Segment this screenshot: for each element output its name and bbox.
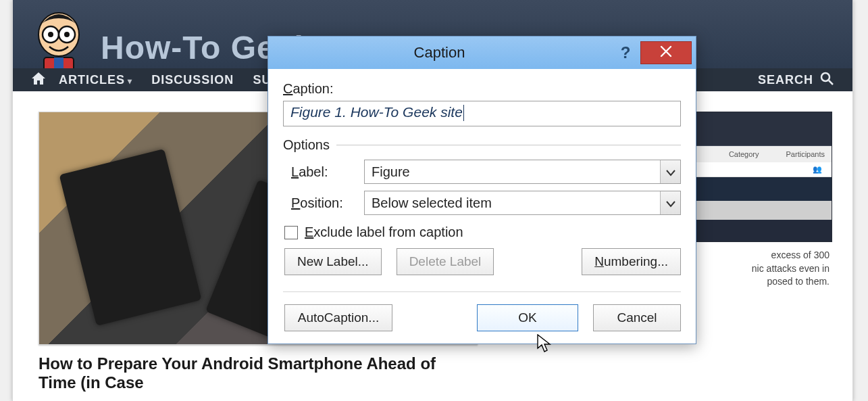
exclude-label: Exclude label from caption [305,225,463,240]
cancel-button[interactable]: Cancel [593,304,681,331]
participants-icon: 👥 [813,165,822,174]
svg-point-8 [821,73,829,81]
search-label: SEARCH [758,73,813,87]
numbering-button[interactable]: Numbering... [582,248,681,275]
help-button[interactable]: ? [611,43,640,62]
autocaption-button[interactable]: AutoCaption... [284,304,392,331]
caption-label: Caption: [283,81,681,97]
article-title: How to Prepare Your Android Smartphone A… [39,354,478,392]
options-group-label: Options [283,137,681,153]
numbering-rest: umbering... [604,254,668,269]
chevron-down-icon [666,164,675,180]
options-label: Options [283,137,330,153]
search-icon [820,72,834,89]
home-icon[interactable] [32,72,45,88]
svg-point-4 [48,32,53,37]
position-row: Position: Below selected item [283,191,681,215]
dialog-body: Caption: Figure 1. How-To Geek site Opti… [268,69,696,344]
nav-articles[interactable]: ARTICLES [59,73,132,87]
new-label-button[interactable]: New Label... [284,248,382,275]
label-buttons-row: New Label... Delete Label Numbering... [283,248,681,275]
close-icon [660,45,672,61]
position-combo-button[interactable] [660,191,680,214]
position-field-label: Position: [283,195,364,211]
exclude-checkbox-row[interactable]: Exclude label from caption [284,225,681,240]
caption-value: Figure 1. How-To Geek site [290,104,463,120]
ok-button[interactable]: OK [477,304,578,331]
text-cursor [463,105,464,121]
dialog-titlebar[interactable]: Caption ? [268,37,696,69]
svg-line-9 [829,80,833,85]
divider [336,145,681,145]
exclude-checkbox[interactable] [284,226,298,239]
caption-input[interactable]: Figure 1. How-To Geek site [283,101,681,126]
nav-discussion[interactable]: DISCUSSION [151,73,234,87]
category-col: Category [729,150,759,158]
label-combo[interactable]: Figure [364,160,681,184]
participants-col: Participants [786,150,825,158]
close-button[interactable] [640,41,692,64]
label-combo-value: Figure [365,164,660,180]
chevron-down-icon [666,195,675,211]
nav-search[interactable]: SEARCH [758,72,834,89]
caption-dialog: Caption ? Caption: Figure 1. How-To Geek… [267,36,696,344]
position-combo[interactable]: Below selected item [364,191,681,215]
label-combo-button[interactable] [660,160,680,183]
dialog-title: Caption [268,44,611,62]
label-field-label: Label: [283,164,364,180]
label-row: Label: Figure [283,160,681,184]
svg-point-5 [64,32,70,37]
position-combo-value: Below selected item [365,195,660,211]
delete-label-button: Delete Label [397,248,494,275]
dialog-footer-buttons: AutoCaption... OK Cancel [283,291,681,331]
